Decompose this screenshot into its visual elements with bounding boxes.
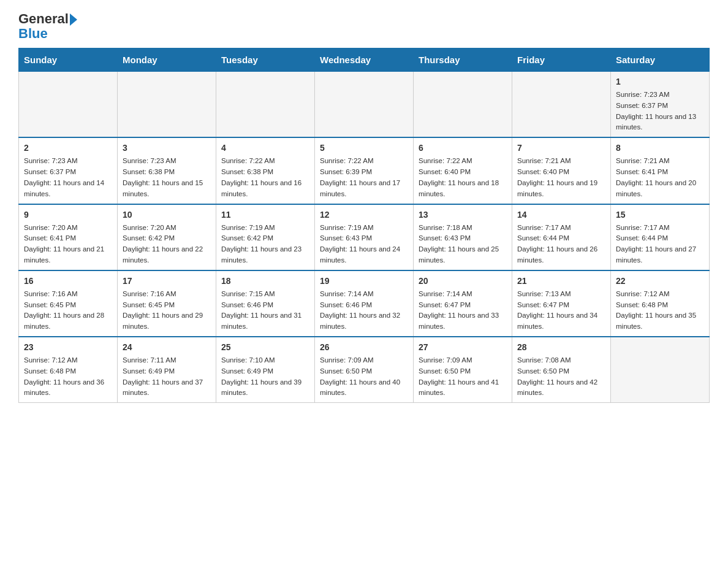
logo-blue-text: Blue (18, 26, 48, 42)
day-of-week-header: Wednesday (315, 48, 414, 72)
day-info: Sunrise: 7:14 AM Sunset: 6:46 PM Dayligh… (320, 289, 408, 332)
day-info: Sunrise: 7:19 AM Sunset: 6:43 PM Dayligh… (320, 223, 408, 266)
calendar-day-cell: 8Sunrise: 7:21 AM Sunset: 6:41 PM Daylig… (611, 137, 710, 204)
day-info: Sunrise: 7:15 AM Sunset: 6:46 PM Dayligh… (221, 289, 309, 332)
calendar-day-cell: 13Sunrise: 7:18 AM Sunset: 6:43 PM Dayli… (414, 204, 512, 270)
day-info: Sunrise: 7:16 AM Sunset: 6:45 PM Dayligh… (123, 289, 211, 332)
day-of-week-header: Tuesday (216, 48, 315, 72)
day-number: 5 (320, 142, 408, 155)
day-of-week-header: Saturday (611, 48, 710, 72)
calendar-day-cell: 12Sunrise: 7:19 AM Sunset: 6:43 PM Dayli… (315, 204, 414, 270)
day-number: 28 (517, 341, 605, 354)
day-number: 1 (616, 75, 704, 88)
day-info: Sunrise: 7:12 AM Sunset: 6:48 PM Dayligh… (24, 355, 112, 399)
day-info: Sunrise: 7:23 AM Sunset: 6:37 PM Dayligh… (616, 90, 704, 133)
day-number: 17 (123, 275, 211, 288)
calendar-day-cell: 21Sunrise: 7:13 AM Sunset: 6:47 PM Dayli… (512, 270, 611, 337)
calendar-day-cell: 5Sunrise: 7:22 AM Sunset: 6:39 PM Daylig… (315, 137, 414, 204)
day-number: 13 (419, 209, 507, 221)
day-info: Sunrise: 7:16 AM Sunset: 6:45 PM Dayligh… (24, 289, 112, 332)
calendar-day-cell: 26Sunrise: 7:09 AM Sunset: 6:50 PM Dayli… (315, 337, 414, 403)
day-number: 11 (221, 209, 309, 221)
day-info: Sunrise: 7:14 AM Sunset: 6:47 PM Dayligh… (419, 289, 507, 332)
calendar-week-row: 2Sunrise: 7:23 AM Sunset: 6:37 PM Daylig… (19, 137, 710, 204)
calendar-day-cell (611, 337, 710, 403)
logo-arrow-icon (70, 13, 77, 26)
day-info: Sunrise: 7:11 AM Sunset: 6:49 PM Dayligh… (123, 355, 211, 399)
day-number: 20 (419, 275, 507, 288)
day-info: Sunrise: 7:19 AM Sunset: 6:42 PM Dayligh… (221, 223, 309, 266)
calendar-day-cell (512, 72, 611, 138)
calendar-day-cell (19, 72, 118, 138)
day-info: Sunrise: 7:13 AM Sunset: 6:47 PM Dayligh… (517, 289, 605, 332)
day-info: Sunrise: 7:18 AM Sunset: 6:43 PM Dayligh… (419, 223, 507, 266)
day-number: 7 (517, 142, 605, 155)
day-info: Sunrise: 7:23 AM Sunset: 6:38 PM Dayligh… (123, 156, 211, 199)
calendar-day-cell: 24Sunrise: 7:11 AM Sunset: 6:49 PM Dayli… (118, 337, 216, 403)
calendar-day-cell: 23Sunrise: 7:12 AM Sunset: 6:48 PM Dayli… (19, 337, 118, 403)
day-info: Sunrise: 7:12 AM Sunset: 6:48 PM Dayligh… (616, 289, 704, 332)
calendar-day-cell (414, 72, 512, 138)
day-info: Sunrise: 7:09 AM Sunset: 6:50 PM Dayligh… (419, 355, 507, 399)
calendar-week-row: 1Sunrise: 7:23 AM Sunset: 6:37 PM Daylig… (19, 72, 710, 138)
calendar-day-cell (118, 72, 216, 138)
calendar-day-cell: 4Sunrise: 7:22 AM Sunset: 6:38 PM Daylig… (216, 137, 315, 204)
calendar-day-cell: 18Sunrise: 7:15 AM Sunset: 6:46 PM Dayli… (216, 270, 315, 337)
day-info: Sunrise: 7:22 AM Sunset: 6:39 PM Dayligh… (320, 156, 408, 199)
day-info: Sunrise: 7:21 AM Sunset: 6:41 PM Dayligh… (616, 156, 704, 199)
calendar-day-cell: 15Sunrise: 7:17 AM Sunset: 6:44 PM Dayli… (611, 204, 710, 270)
calendar-day-cell: 28Sunrise: 7:08 AM Sunset: 6:50 PM Dayli… (512, 337, 611, 403)
calendar-header-row: SundayMondayTuesdayWednesdayThursdayFrid… (19, 48, 710, 72)
day-info: Sunrise: 7:17 AM Sunset: 6:44 PM Dayligh… (517, 223, 605, 266)
day-info: Sunrise: 7:21 AM Sunset: 6:40 PM Dayligh… (517, 156, 605, 199)
day-number: 6 (419, 142, 507, 155)
calendar-week-row: 16Sunrise: 7:16 AM Sunset: 6:45 PM Dayli… (19, 270, 710, 337)
calendar-day-cell (315, 72, 414, 138)
calendar-table: SundayMondayTuesdayWednesdayThursdayFrid… (18, 48, 710, 403)
calendar-day-cell: 22Sunrise: 7:12 AM Sunset: 6:48 PM Dayli… (611, 270, 710, 337)
day-info: Sunrise: 7:20 AM Sunset: 6:41 PM Dayligh… (24, 223, 112, 266)
calendar-day-cell: 11Sunrise: 7:19 AM Sunset: 6:42 PM Dayli… (216, 204, 315, 270)
day-number: 25 (221, 341, 309, 354)
day-number: 15 (616, 209, 704, 221)
day-info: Sunrise: 7:09 AM Sunset: 6:50 PM Dayligh… (320, 355, 408, 399)
day-info: Sunrise: 7:22 AM Sunset: 6:38 PM Dayligh… (221, 156, 309, 199)
calendar-day-cell: 7Sunrise: 7:21 AM Sunset: 6:40 PM Daylig… (512, 137, 611, 204)
day-number: 8 (616, 142, 704, 155)
calendar-day-cell: 1Sunrise: 7:23 AM Sunset: 6:37 PM Daylig… (611, 72, 710, 138)
day-number: 23 (24, 341, 112, 354)
day-number: 18 (221, 275, 309, 288)
day-number: 12 (320, 209, 408, 221)
day-number: 19 (320, 275, 408, 288)
day-number: 26 (320, 341, 408, 354)
calendar-day-cell: 2Sunrise: 7:23 AM Sunset: 6:37 PM Daylig… (19, 137, 118, 204)
calendar-day-cell: 17Sunrise: 7:16 AM Sunset: 6:45 PM Dayli… (118, 270, 216, 337)
calendar-week-row: 9Sunrise: 7:20 AM Sunset: 6:41 PM Daylig… (19, 204, 710, 270)
day-number: 3 (123, 142, 211, 155)
calendar-day-cell: 27Sunrise: 7:09 AM Sunset: 6:50 PM Dayli… (414, 337, 512, 403)
day-number: 27 (419, 341, 507, 354)
day-info: Sunrise: 7:23 AM Sunset: 6:37 PM Dayligh… (24, 156, 112, 199)
day-of-week-header: Friday (512, 48, 611, 72)
day-number: 10 (123, 209, 211, 221)
calendar-day-cell: 20Sunrise: 7:14 AM Sunset: 6:47 PM Dayli… (414, 270, 512, 337)
day-number: 22 (616, 275, 704, 288)
day-of-week-header: Sunday (19, 48, 118, 72)
calendar-day-cell (216, 72, 315, 138)
logo-general-text: General (18, 12, 69, 26)
calendar-day-cell: 14Sunrise: 7:17 AM Sunset: 6:44 PM Dayli… (512, 204, 611, 270)
day-of-week-header: Thursday (414, 48, 512, 72)
calendar-day-cell: 19Sunrise: 7:14 AM Sunset: 6:46 PM Dayli… (315, 270, 414, 337)
day-number: 14 (517, 209, 605, 221)
calendar-day-cell: 16Sunrise: 7:16 AM Sunset: 6:45 PM Dayli… (19, 270, 118, 337)
day-info: Sunrise: 7:08 AM Sunset: 6:50 PM Dayligh… (517, 355, 605, 399)
day-info: Sunrise: 7:20 AM Sunset: 6:42 PM Dayligh… (123, 223, 211, 266)
calendar-day-cell: 6Sunrise: 7:22 AM Sunset: 6:40 PM Daylig… (414, 137, 512, 204)
calendar-day-cell: 25Sunrise: 7:10 AM Sunset: 6:49 PM Dayli… (216, 337, 315, 403)
calendar-day-cell: 9Sunrise: 7:20 AM Sunset: 6:41 PM Daylig… (19, 204, 118, 270)
day-number: 9 (24, 209, 112, 221)
calendar-day-cell: 10Sunrise: 7:20 AM Sunset: 6:42 PM Dayli… (118, 204, 216, 270)
day-number: 16 (24, 275, 112, 288)
day-of-week-header: Monday (118, 48, 216, 72)
day-number: 4 (221, 142, 309, 155)
